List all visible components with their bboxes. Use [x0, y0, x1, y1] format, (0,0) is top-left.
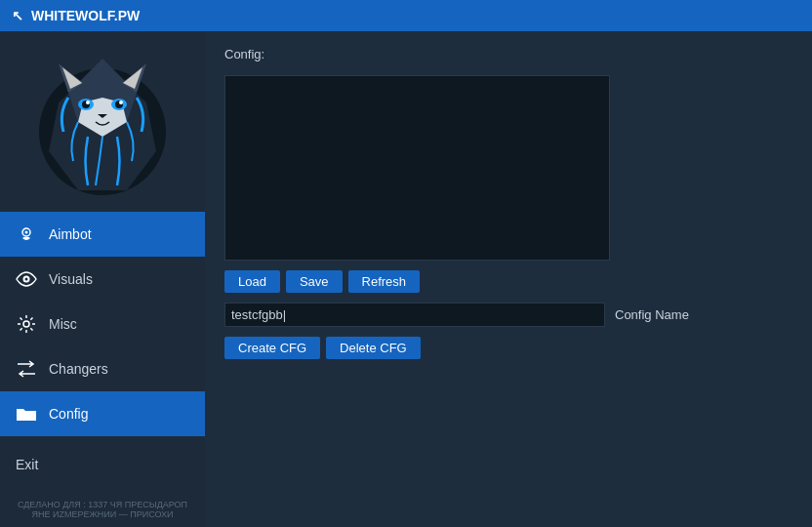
svg-point-18 [25, 278, 28, 281]
config-buttons-row: Load Save Refresh [224, 270, 792, 293]
crosshair-icon [16, 223, 37, 245]
save-button[interactable]: Save [286, 270, 343, 293]
title-bar: ↖ WHITEWOLF.PW [0, 0, 812, 31]
sidebar-item-changers[interactable]: Changers [0, 346, 205, 391]
svg-point-12 [86, 101, 90, 104]
config-textarea[interactable] [224, 75, 610, 261]
svg-point-16 [25, 231, 28, 234]
misc-label: Misc [49, 316, 77, 332]
load-button[interactable]: Load [224, 270, 280, 293]
logo-area [0, 31, 205, 212]
exit-button[interactable]: Exit [16, 449, 189, 480]
gear-icon [16, 313, 37, 335]
config-name-row: Config Name [224, 303, 792, 327]
svg-point-13 [119, 101, 123, 104]
main-layout: Aimbot Visuals Misc [0, 31, 812, 527]
changers-icon [16, 358, 37, 380]
bottom-watermark: СДЕЛАНО ДЛЯ : 1337 ЧЯ ПРЕСЫДАРОПЯНЕ ИZМЕ… [0, 496, 205, 527]
svg-point-19 [23, 321, 29, 327]
config-name-label: Config Name [615, 307, 689, 322]
delete-cfg-button[interactable]: Delete CFG [326, 337, 421, 359]
aimbot-label: Aimbot [49, 226, 92, 242]
logo-image [29, 44, 176, 200]
cfg-action-buttons-row: Create CFG Delete CFG [224, 337, 792, 359]
sidebar-item-aimbot[interactable]: Aimbot [0, 212, 205, 257]
eye-icon [16, 268, 37, 290]
sidebar-bottom: Exit [0, 437, 205, 496]
changers-label: Changers [49, 361, 108, 377]
sidebar-item-misc[interactable]: Misc [0, 302, 205, 346]
sidebar: Aimbot Visuals Misc [0, 31, 205, 527]
refresh-button[interactable]: Refresh [348, 270, 421, 293]
config-name-input[interactable] [224, 303, 605, 327]
config-label: Config [49, 406, 88, 422]
content-area: Config: Load Save Refresh Config Name Cr… [205, 31, 812, 527]
app-title: WHITEWOLF.PW [31, 8, 140, 23]
config-section-label: Config: [224, 47, 792, 61]
cursor-icon: ↖ [12, 8, 23, 23]
folder-icon [16, 403, 37, 425]
visuals-label: Visuals [49, 271, 93, 287]
sidebar-item-config[interactable]: Config [0, 391, 205, 436]
sidebar-item-visuals[interactable]: Visuals [0, 257, 205, 302]
create-cfg-button[interactable]: Create CFG [224, 337, 320, 359]
